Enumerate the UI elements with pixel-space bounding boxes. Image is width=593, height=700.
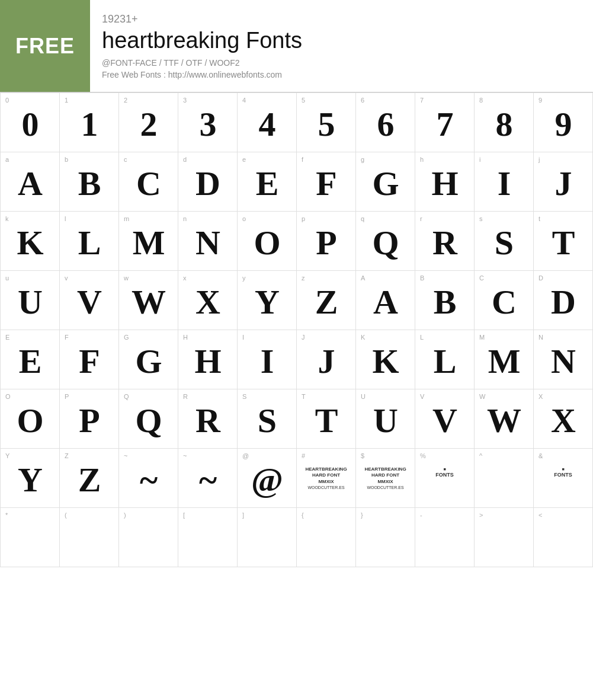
glyph-character: S [495,226,513,260]
glyph-character: W [487,404,521,438]
glyph-cell: @@ [238,449,297,508]
glyph-cell: JJ [297,330,356,389]
glyph-cell: SS [238,389,297,449]
header-info: 19231+ heartbreaking Fonts @FONT-FACE / … [90,0,314,92]
glyph-label: t [538,215,540,222]
glyph-cell: kK [1,212,60,271]
glyph-cell: UU [356,389,415,449]
glyph-character: L [78,226,101,260]
glyph-cell: eE [238,152,297,212]
glyph-character: 8 [496,107,512,142]
glyph-cell: uU [1,271,60,330]
free-badge: FREE [0,0,90,92]
glyph-cell: 77 [415,93,475,152]
glyph-label: L [420,334,424,341]
glyph-label: x [183,274,187,282]
glyph-character: R [432,226,457,260]
glyph-cell: { [297,508,356,567]
glyph-label: > [479,512,483,519]
glyph-character: X [551,404,575,438]
glyph-label: p [302,215,305,222]
glyph-cell: fF [297,152,356,212]
glyph-cell: hH [415,152,475,212]
glyph-label: C [479,274,484,282]
glyph-label: M [479,334,485,341]
glyph-label: i [479,156,480,163]
glyph-label: 2 [124,97,127,104]
glyph-label: o [242,215,246,222]
glyph-label: c [124,156,127,163]
glyph-cell: 11 [60,93,119,152]
glyph-cell: ( [60,508,119,567]
glyph-cell: yY [238,271,297,330]
glyph-cell: CC [475,271,534,330]
glyph-character: V [432,404,457,438]
glyph-character: T [315,404,338,438]
glyph-character: O [17,404,43,438]
glyph-label: a [5,156,9,163]
glyph-label: 3 [183,97,187,104]
glyph-label: @ [242,452,249,459]
glyph-character: K [372,344,398,379]
header-title: heartbreaking Fonts [102,28,302,53]
glyph-cell: %■FONTS [415,449,475,508]
glyph-label: $ [361,452,364,459]
glyph-cell: EE [1,330,60,389]
glyph-label: e [242,156,246,163]
glyph-cell: 22 [119,93,178,152]
glyph-label: U [361,393,366,400]
glyph-character: M [488,344,520,379]
glyph-label: f [302,156,303,163]
glyph-character: ~ [199,463,216,497]
glyph-cell: ~~ [178,449,238,508]
glyph-cell: II [238,330,297,389]
glyph-cell: jJ [534,152,593,212]
glyph-cell: TT [297,389,356,449]
glyph-character: P [79,404,99,438]
glyph-label: w [124,274,129,282]
glyph-cell: tT [534,212,593,271]
glyph-cell: } [356,508,415,567]
glyph-character: B [434,285,456,319]
glyph-character: E [256,167,278,201]
glyph-cell: 88 [475,93,534,152]
glyph-character: J [318,344,335,379]
glyph-cell: sS [475,212,534,271]
glyph-character: Z [315,285,338,319]
glyph-label: - [420,512,422,519]
glyph-cell: * [1,508,60,567]
header-formats: @FONT-FACE / TTF / OTF / WOOF2 [102,58,302,68]
glyph-character: 6 [377,107,394,142]
glyph-character: Q [372,226,398,260]
glyph-label: * [5,512,8,519]
glyph-cell: BB [415,271,475,330]
glyph-logo-small: ■FONTS [435,466,454,479]
glyph-label: 5 [302,97,305,104]
header: FREE 19231+ heartbreaking Fonts @FONT-FA… [0,0,593,92]
glyph-cell: LL [415,330,475,389]
glyph-cell: VV [415,389,475,449]
glyph-cell: pP [297,212,356,271]
glyph-cell: 00 [1,93,60,152]
glyph-cell: - [415,508,475,567]
glyph-label: B [420,274,424,282]
glyph-cell: lL [60,212,119,271]
glyph-cell: NN [534,330,593,389]
glyph-character: U [18,285,42,319]
glyph-character: H [194,344,220,379]
glyph-cell: GG [119,330,178,389]
glyph-label: n [183,215,187,222]
glyph-cell: xX [178,271,238,330]
glyph-character: Y [255,285,279,319]
glyph-label: Z [65,452,69,459]
glyph-cell: $HEARTBREAKINGHARD FONTMMXIXWOODCUTTER.E… [356,449,415,508]
glyph-character: M [133,226,165,260]
glyph-label: ~ [124,452,127,459]
glyph-character: F [316,167,336,201]
glyph-character: J [555,167,572,201]
glyph-label: # [302,452,305,459]
glyph-character: W [132,285,165,319]
glyph-character: I [498,167,511,201]
glyph-cell: 44 [238,93,297,152]
glyph-character: 3 [200,107,216,142]
